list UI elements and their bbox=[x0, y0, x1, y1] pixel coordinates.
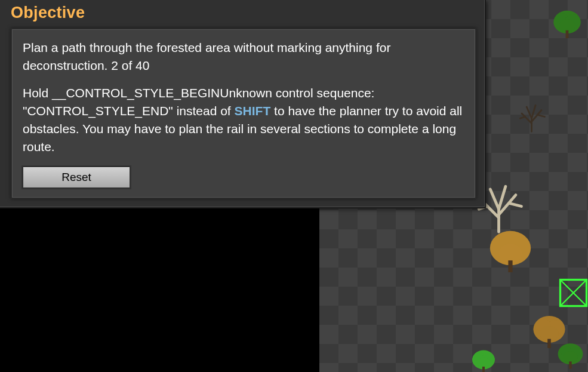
svg-point-18 bbox=[533, 316, 565, 343]
svg-point-0 bbox=[553, 11, 581, 33]
tree-orange-3 bbox=[528, 310, 570, 352]
svg-point-12 bbox=[508, 236, 529, 255]
svg-point-25 bbox=[482, 353, 494, 364]
svg-point-28 bbox=[558, 343, 583, 364]
svg-point-13 bbox=[498, 244, 522, 263]
svg-point-2 bbox=[565, 14, 580, 26]
objective-panel: Objective Plan a path through the forest… bbox=[0, 0, 486, 208]
tree-green-2 bbox=[469, 346, 498, 372]
objective-line-2: Hold __CONTROL_STYLE_BEGINUnknown contro… bbox=[23, 84, 464, 156]
tree-dead-1 bbox=[515, 100, 548, 133]
svg-rect-15 bbox=[560, 279, 586, 306]
key-highlight: SHIFT bbox=[235, 104, 271, 118]
svg-line-17 bbox=[560, 279, 586, 306]
svg-point-24 bbox=[474, 352, 485, 361]
svg-rect-22 bbox=[547, 339, 551, 348]
tree-green-1 bbox=[549, 6, 585, 42]
svg-point-10 bbox=[490, 231, 531, 266]
objective-body: Plan a path through the forested area wi… bbox=[11, 28, 476, 199]
tree-orange-2 bbox=[484, 224, 537, 278]
svg-point-29 bbox=[559, 346, 571, 356]
objective-line-1: Plan a path through the forested area wi… bbox=[23, 39, 464, 75]
tree-green-box bbox=[557, 276, 589, 309]
svg-rect-27 bbox=[482, 367, 485, 372]
svg-rect-14 bbox=[508, 260, 512, 272]
svg-line-16 bbox=[560, 279, 586, 306]
svg-rect-32 bbox=[569, 361, 571, 368]
svg-rect-4 bbox=[566, 30, 569, 38]
svg-point-20 bbox=[547, 320, 564, 334]
svg-point-30 bbox=[568, 346, 581, 358]
objective-title: Objective bbox=[11, 4, 485, 22]
svg-point-19 bbox=[535, 319, 550, 331]
tree-green-3 bbox=[554, 339, 587, 372]
svg-point-1 bbox=[555, 13, 568, 24]
svg-point-31 bbox=[563, 351, 577, 363]
svg-point-23 bbox=[472, 351, 495, 370]
svg-point-26 bbox=[477, 358, 490, 368]
svg-point-21 bbox=[540, 326, 559, 341]
svg-point-3 bbox=[559, 19, 575, 32]
reset-button[interactable]: Reset bbox=[23, 167, 130, 188]
svg-point-11 bbox=[492, 235, 512, 251]
